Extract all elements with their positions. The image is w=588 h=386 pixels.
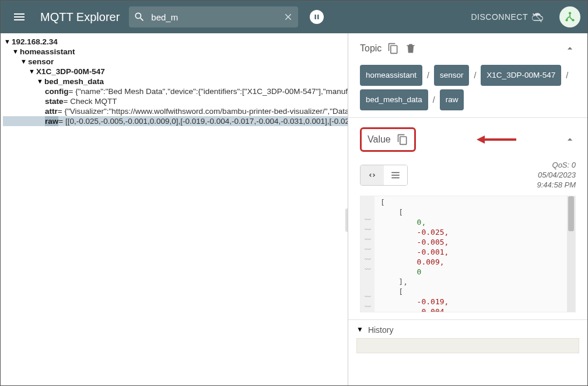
tree-leaf-selected[interactable]: raw = [[0,-0.025,-0.005,-0.001,0.009,0],… bbox=[3, 116, 348, 126]
tree-value: = {"name":"Bed Mesh Data","device":{"ide… bbox=[69, 86, 349, 96]
breadcrumb-separator: / bbox=[432, 92, 436, 108]
topic-tree[interactable]: ▼192.168.2.34 ▼homeassistant ▼sensor ▼X1… bbox=[3, 37, 348, 126]
tree-leaf[interactable]: config = {"name":"Bed Mesh Data","device… bbox=[3, 86, 348, 96]
copy-icon[interactable] bbox=[387, 43, 399, 54]
gutter-mark: 〰 bbox=[365, 245, 371, 255]
app-title: MQTT Explorer bbox=[40, 11, 120, 24]
disconnect-label: DISCONNECT bbox=[471, 12, 528, 22]
caret-down-icon: ▼ bbox=[356, 325, 363, 335]
search-field[interactable] bbox=[129, 6, 298, 27]
tree-label: X1C_3DP-00M-547 bbox=[36, 67, 105, 76]
search-input[interactable] bbox=[150, 12, 278, 23]
main-split: ▼192.168.2.34 ▼homeassistant ▼sensor ▼X1… bbox=[1, 33, 587, 385]
qos-label: QoS: 0 bbox=[537, 160, 576, 170]
tree-node[interactable]: ▼X1C_3DP-00M-547 bbox=[3, 67, 348, 76]
tree-node[interactable]: ▼sensor bbox=[3, 57, 348, 67]
value-meta: QoS: 0 05/04/2023 9:44:58 PM bbox=[537, 160, 576, 190]
tree-node[interactable]: ▼homeassistant bbox=[3, 47, 348, 57]
history-section: ▼ History bbox=[348, 320, 587, 358]
tree-value: = [[0,-0.025,-0.005,-0.001,0.009,0],[-0.… bbox=[58, 116, 348, 126]
tree-logo-icon bbox=[564, 11, 576, 23]
history-title: History bbox=[368, 325, 394, 335]
code-line: [ bbox=[380, 207, 561, 217]
topic-tree-pane: ▼192.168.2.34 ▼homeassistant ▼sensor ▼X1… bbox=[1, 33, 348, 385]
tree-node-root[interactable]: ▼192.168.2.34 bbox=[3, 37, 348, 47]
tree-label: 192.168.2.34 bbox=[12, 37, 58, 47]
chevron-up-icon[interactable] bbox=[564, 43, 576, 54]
annotation-arrow-icon bbox=[477, 132, 517, 147]
connection-avatar[interactable] bbox=[559, 6, 580, 27]
history-header[interactable]: ▼ History bbox=[356, 325, 579, 335]
value-header-highlight: Value bbox=[360, 127, 416, 152]
value-toolbar: QoS: 0 05/04/2023 9:44:58 PM bbox=[360, 160, 576, 190]
pause-icon bbox=[313, 13, 321, 21]
clear-search-icon[interactable] bbox=[283, 12, 293, 22]
tree-label: sensor bbox=[28, 57, 54, 67]
caret-down-icon: ▼ bbox=[37, 76, 43, 86]
svg-point-0 bbox=[569, 12, 571, 14]
tree-label: bed_mesh_data bbox=[44, 76, 104, 86]
code-line: 0, bbox=[380, 217, 561, 227]
gutter-mark: 〰 bbox=[365, 265, 371, 274]
breadcrumb-chip[interactable]: raw bbox=[440, 89, 464, 110]
breadcrumb-chip[interactable]: sensor bbox=[434, 65, 470, 86]
code-line: -0.001, bbox=[380, 247, 561, 257]
mode-raw-button[interactable] bbox=[384, 165, 407, 185]
code-line: -0.004, bbox=[380, 307, 561, 312]
value-time: 9:44:58 PM bbox=[537, 180, 576, 190]
menu-icon bbox=[12, 10, 26, 24]
tree-value: = Check MQTT bbox=[64, 96, 117, 106]
detail-pane: Topic homeassistant/sensor/X1C_3DP-00M-5… bbox=[348, 33, 587, 385]
tree-node[interactable]: ▼bed_mesh_data bbox=[3, 76, 348, 86]
tree-key: attr bbox=[45, 106, 58, 116]
chevron-up-icon[interactable] bbox=[564, 134, 576, 145]
value-title: Value bbox=[368, 134, 391, 145]
scrollbar[interactable] bbox=[567, 196, 575, 312]
breadcrumb-chip[interactable]: X1C_3DP-00M-547 bbox=[481, 65, 561, 86]
code-line: -0.019, bbox=[380, 297, 561, 307]
pause-button[interactable] bbox=[310, 10, 324, 24]
svg-point-1 bbox=[565, 19, 568, 21]
breadcrumb-separator: / bbox=[426, 67, 430, 84]
breadcrumb-chip[interactable]: bed_mesh_data bbox=[360, 89, 428, 110]
tree-leaf[interactable]: attr = {"Visualizer":"https://www.wolfwi… bbox=[3, 106, 348, 116]
breadcrumb-chip[interactable]: homeassistant bbox=[360, 65, 422, 86]
code-line: -0.005, bbox=[380, 237, 561, 247]
search-icon bbox=[134, 11, 145, 23]
tree-key: config bbox=[45, 86, 69, 96]
gutter-mark: 〰 bbox=[365, 235, 371, 245]
code-line: [ bbox=[380, 287, 561, 297]
value-date: 05/04/2023 bbox=[537, 170, 576, 180]
code-line: -0.025, bbox=[380, 227, 561, 237]
topic-breadcrumb: homeassistant/sensor/X1C_3DP-00M-547/bed… bbox=[360, 65, 576, 110]
history-item[interactable] bbox=[356, 338, 579, 353]
svg-marker-4 bbox=[477, 135, 485, 144]
code-line: ], bbox=[380, 277, 561, 287]
topic-header[interactable]: Topic bbox=[360, 43, 576, 54]
caret-down-icon: ▼ bbox=[4, 37, 10, 47]
caret-down-icon: ▼ bbox=[12, 47, 19, 57]
gutter-mark: 〰 bbox=[365, 255, 371, 265]
caret-down-icon: ▼ bbox=[29, 67, 35, 76]
cloud-off-icon bbox=[531, 11, 543, 23]
gutter-mark: 〰 bbox=[365, 215, 371, 225]
value-payload: 〰〰〰〰〰〰〰〰 [ [ 0, -0.025, -0.005, -0.001, … bbox=[360, 196, 576, 312]
copy-icon[interactable] bbox=[397, 134, 408, 145]
menu-button[interactable] bbox=[8, 5, 31, 29]
breadcrumb-separator: / bbox=[473, 67, 477, 84]
mode-json-button[interactable] bbox=[360, 165, 384, 185]
list-icon bbox=[390, 170, 401, 180]
tree-value: = {"Visualizer":"https://www.wolfwithswo… bbox=[58, 106, 348, 116]
caret-down-icon: ▼ bbox=[20, 57, 27, 67]
tree-leaf[interactable]: state = Check MQTT bbox=[3, 96, 348, 106]
disconnect-button[interactable]: DISCONNECT bbox=[471, 11, 543, 23]
code-line: [ bbox=[380, 197, 561, 207]
app-header: MQTT Explorer DISCONNECT bbox=[1, 1, 587, 33]
code-line: 0 bbox=[380, 267, 561, 277]
delete-icon[interactable] bbox=[405, 43, 416, 54]
topic-section: Topic homeassistant/sensor/X1C_3DP-00M-5… bbox=[348, 33, 587, 118]
code-icon bbox=[367, 170, 377, 180]
gutter-mark: 〰 bbox=[365, 292, 371, 302]
value-section: Value QoS: 0 05/04/2023 9:44:58 PM bbox=[348, 118, 587, 320]
code-lines[interactable]: [ [ 0, -0.025, -0.005, -0.001, 0.009, 0 … bbox=[374, 196, 567, 312]
